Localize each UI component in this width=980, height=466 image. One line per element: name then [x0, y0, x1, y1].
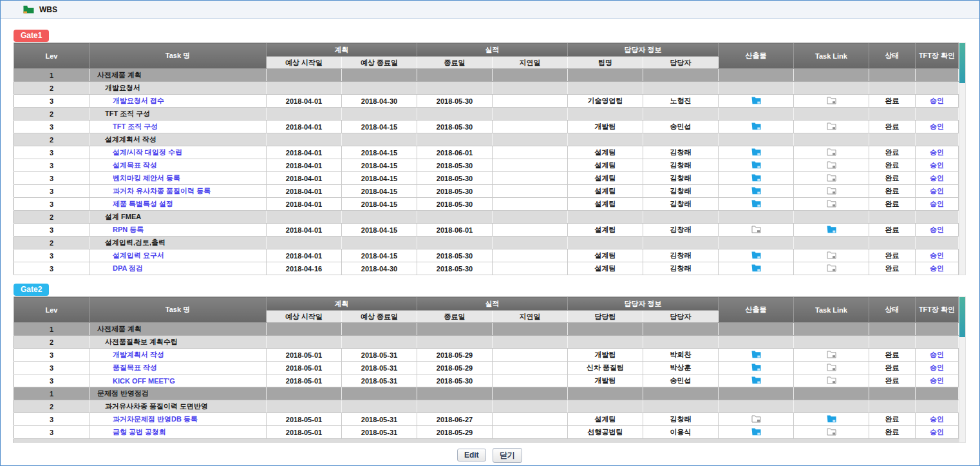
gate1-scrollbar[interactable]	[959, 43, 966, 275]
task-link-folder-icon[interactable]	[827, 264, 836, 272]
deliverable-folder-icon[interactable]	[751, 225, 761, 233]
status-cell: 완료	[869, 121, 916, 133]
task-name-link[interactable]: 개발요청서 접수	[113, 97, 164, 104]
task-name-link[interactable]: 금형 공법 공청회	[113, 428, 166, 436]
approve-link[interactable]: 승인	[930, 174, 944, 182]
approve-link[interactable]: 승인	[930, 376, 944, 384]
deliverable-folder-icon[interactable]	[751, 363, 761, 371]
task-name-link[interactable]: 설계/시작 대일정 수립	[113, 148, 182, 156]
status-cell	[869, 336, 916, 349]
deliverable-folder-icon[interactable]	[751, 199, 761, 208]
gate1-scrollbar-thumb[interactable]	[959, 43, 965, 83]
task-cell: 설계입력 요구서	[90, 249, 267, 262]
edit-button[interactable]: Edit	[457, 449, 486, 461]
deliverable-folder-icon[interactable]	[751, 414, 761, 423]
approve-link[interactable]: 승인	[930, 364, 944, 371]
tft-confirm-cell	[916, 237, 959, 249]
actual-end-cell: 2018-05-30	[417, 374, 493, 387]
deliverable-folder-icon[interactable]	[751, 350, 761, 358]
task-link-folder-icon[interactable]	[827, 376, 836, 384]
task-name-link[interactable]: 과거차 유사차종 품질이력 등록	[113, 187, 211, 195]
deliverable-folder-icon[interactable]	[751, 122, 761, 130]
table-row: 3과거차 유사차종 품질이력 등록2018-04-012018-04-15201…	[14, 185, 959, 198]
task-name-link[interactable]: 설계목표 작성	[113, 161, 157, 169]
task-link-folder-icon[interactable]	[827, 350, 836, 358]
task-link-folder-icon[interactable]	[827, 160, 836, 169]
task-name-link[interactable]: 벤치마킹 제안서 등록	[113, 174, 180, 182]
task-link-folder-icon[interactable]	[827, 363, 836, 371]
task-link-folder-icon[interactable]	[827, 225, 836, 233]
gate1-table-wrap: Lev Task 명 계획 실적 담당자 정보 산출물 Task Link 상태…	[14, 43, 966, 275]
delay-cell	[493, 237, 568, 249]
task-name-link[interactable]: 제품 특별특성 설정	[113, 200, 173, 208]
deliverable-folder-icon[interactable]	[751, 160, 761, 169]
approve-link[interactable]: 승인	[930, 187, 944, 195]
task-link-folder-icon[interactable]	[827, 148, 836, 156]
approve-link[interactable]: 승인	[930, 200, 944, 208]
approve-link[interactable]: 승인	[930, 351, 944, 358]
task-name-link[interactable]: RPN 등록	[113, 226, 144, 233]
task-cell: 설계계획서 작성	[90, 133, 267, 146]
deliverable-folder-icon[interactable]	[751, 264, 761, 272]
approve-link[interactable]: 승인	[930, 122, 944, 130]
task-link-folder-icon[interactable]	[827, 122, 836, 130]
wbs-table-gate2: Lev Task 명 계획 실적 담당자 정보 산출물 Task Link 상태…	[14, 296, 959, 439]
task-link-folder-icon[interactable]	[827, 96, 836, 104]
deliverable-folder-icon[interactable]	[751, 427, 761, 436]
tft-confirm-cell: 승인	[916, 224, 959, 237]
approve-link[interactable]: 승인	[930, 251, 944, 259]
task-link-folder-icon[interactable]	[827, 199, 836, 208]
plan-end-cell	[342, 323, 417, 336]
approve-link[interactable]: 승인	[930, 226, 944, 233]
task-link-cell	[794, 211, 869, 224]
gate2-scrollbar-thumb[interactable]	[959, 297, 965, 337]
approve-link[interactable]: 승인	[930, 148, 944, 156]
task-link-cell	[794, 400, 869, 413]
deliverable-folder-icon[interactable]	[751, 186, 761, 195]
table-row: 3벤치마킹 제안서 등록2018-04-012018-04-152018-05-…	[14, 172, 959, 185]
actual-end-cell: 2018-05-30	[417, 95, 493, 108]
approve-link[interactable]: 승인	[930, 161, 944, 169]
team-cell	[568, 69, 643, 82]
plan-end-cell	[342, 82, 417, 95]
deliverable-folder-icon[interactable]	[751, 96, 761, 104]
task-cell: 개발요청서	[90, 82, 267, 95]
gate2-scrollbar[interactable]	[959, 296, 966, 443]
deliverable-folder-icon[interactable]	[751, 251, 761, 259]
task-name-link[interactable]: 개발계획서 작성	[113, 351, 164, 358]
lev-cell: 2	[14, 211, 90, 224]
deliverable-folder-icon[interactable]	[751, 148, 761, 156]
team-cell: 개발팀	[568, 349, 643, 362]
actual-end-cell: 2018-05-30	[417, 249, 493, 262]
task-link-folder-icon[interactable]	[827, 427, 836, 436]
table-row: 3과거차문제점 반영DB 등록2018-05-012018-05-312018-…	[14, 413, 959, 426]
deliverable-cell	[719, 133, 794, 146]
approve-link[interactable]: 승인	[930, 264, 944, 272]
actual-end-cell: 2018-05-30	[417, 121, 493, 133]
task-link-folder-icon[interactable]	[827, 186, 836, 195]
task-link-folder-icon[interactable]	[827, 414, 836, 423]
table-row: 1사전제품 계획	[14, 69, 959, 82]
plan-end-cell: 2018-05-31	[342, 413, 417, 426]
approve-link[interactable]: 승인	[930, 428, 944, 436]
task-cell: DPA 점검	[90, 262, 267, 275]
task-name-link[interactable]: 과거차문제점 반영DB 등록	[113, 415, 198, 423]
lev-cell: 1	[14, 69, 90, 82]
deliverable-folder-icon[interactable]	[751, 173, 761, 182]
actual-end-cell	[417, 211, 493, 224]
task-name-link[interactable]: TFT 조직 구성	[113, 122, 158, 130]
task-name-link[interactable]: KICK OFF MEET'G	[113, 377, 175, 385]
plan-end-cell: 2018-04-15	[342, 185, 417, 198]
approve-link[interactable]: 승인	[930, 415, 944, 423]
task-link-folder-icon[interactable]	[827, 251, 836, 259]
task-name-link[interactable]: 품질목표 작성	[113, 364, 157, 371]
task-name-link[interactable]: 설계입력 요구서	[113, 251, 164, 259]
lev-cell: 3	[14, 413, 90, 426]
close-button[interactable]: 닫기	[493, 448, 522, 463]
table-row: 3RPN 등록2018-04-012018-04-152018-06-01설계팀…	[14, 224, 959, 237]
deliverable-folder-icon[interactable]	[751, 376, 761, 384]
table-row: 2과거유사차종 품질이력 도면반영	[14, 400, 959, 413]
approve-link[interactable]: 승인	[930, 97, 944, 104]
task-name-link[interactable]: DPA 점검	[113, 264, 143, 272]
task-link-folder-icon[interactable]	[827, 173, 836, 182]
